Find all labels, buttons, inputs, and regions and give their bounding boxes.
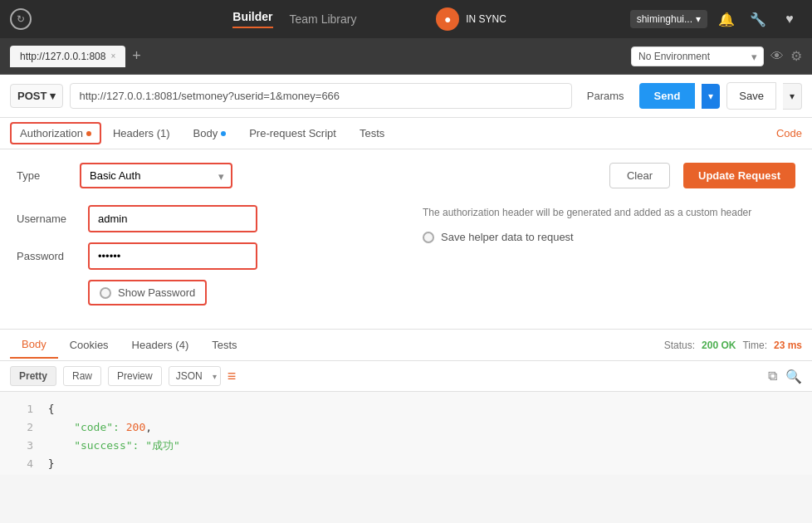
save-button[interactable]: Save — [726, 82, 776, 110]
url-input[interactable] — [70, 83, 571, 109]
code-line-4: 4 } — [10, 455, 802, 473]
add-tab-button[interactable]: + — [132, 47, 141, 65]
nav-left: ↻ — [10, 8, 226, 30]
env-area: No Environment 👁 ⚙ — [631, 46, 802, 66]
resp-right-icons: ⧉ 🔍 — [768, 369, 802, 384]
tab-body-label: Body — [193, 127, 218, 139]
helper-label: Save helper data to request — [441, 231, 574, 243]
save-dropdown[interactable]: ▾ — [783, 83, 802, 110]
tab-close-icon[interactable]: × — [110, 51, 115, 61]
clear-button[interactable]: Clear — [609, 163, 670, 188]
tab-authorization-label: Authorization — [20, 127, 83, 139]
tab-team[interactable]: Team Library — [290, 12, 357, 26]
line-num-3: 3 — [10, 437, 33, 455]
tab-tests[interactable]: Tests — [348, 120, 396, 146]
sync-area: ● IN SYNC — [363, 7, 579, 31]
tab-pre-request[interactable]: Pre-request Script — [237, 120, 348, 146]
username-row: Username — [17, 205, 389, 232]
heart-icon[interactable]: ♥ — [777, 7, 802, 32]
url-bar: http://127.0.0.1:808 × + No Environment … — [0, 38, 812, 75]
authorization-dot — [86, 131, 91, 136]
gear-icon[interactable]: ⚙ — [790, 48, 802, 64]
show-password-label: Show Password — [118, 286, 195, 299]
password-input[interactable] — [90, 244, 256, 268]
tab-builder[interactable]: Builder — [232, 10, 272, 28]
response-toolbar: Pretty Raw Preview JSON ≡ ⧉ 🔍 — [0, 361, 812, 392]
code-comma-1: , — [145, 421, 152, 433]
eye-icon[interactable]: 👁 — [770, 49, 784, 64]
code-val-code: 200 — [126, 421, 145, 433]
send-button[interactable]: Send — [639, 83, 696, 109]
search-icon[interactable]: 🔍 — [785, 369, 802, 384]
tab-body[interactable]: Body — [182, 120, 238, 146]
show-password-row: Show Password — [88, 280, 207, 305]
url-tab[interactable]: http://127.0.0.1:808 × — [10, 46, 125, 67]
resp-tab-headers-label: Headers (4) — [132, 339, 189, 351]
auth-type-wrap: Basic Auth — [80, 163, 232, 188]
wrap-icon[interactable]: ≡ — [227, 368, 237, 385]
credentials-section: Username Password Show Password The auth… — [17, 205, 795, 315]
env-select-wrap: No Environment — [631, 46, 764, 66]
line-num-2: 2 — [10, 418, 33, 437]
nav-center: Builder Team Library — [232, 10, 356, 28]
resp-tab-tests-label: Tests — [212, 339, 237, 351]
tab-authorization[interactable]: Authorization — [10, 122, 101, 144]
resp-tab-body-label: Body — [22, 338, 46, 350]
code-link[interactable]: Code — [776, 127, 802, 139]
wrench-icon[interactable]: 🔧 — [746, 7, 770, 32]
code-key-code: "code": — [48, 421, 126, 433]
resp-tab-cookies-label: Cookies — [70, 339, 109, 351]
code-val-success: "成功" — [145, 439, 180, 452]
preview-button[interactable]: Preview — [108, 366, 162, 386]
status-label: Status: — [664, 340, 695, 351]
password-row: Password — [17, 242, 389, 270]
nav-right: shiminghui... ▾ 🔔 🔧 ♥ — [586, 7, 802, 32]
resp-tab-cookies[interactable]: Cookies — [58, 332, 120, 358]
json-format-select[interactable]: JSON — [169, 366, 221, 386]
top-nav: ↻ Builder Team Library ● IN SYNC shiming… — [0, 0, 812, 38]
response-tabs: Body Cookies Headers (4) Tests Status: 2… — [0, 330, 812, 361]
pretty-button[interactable]: Pretty — [10, 366, 56, 386]
env-select[interactable]: No Environment — [631, 46, 764, 66]
tab-tests-label: Tests — [360, 127, 384, 139]
code-line-3: 3 "success": "成功" — [10, 437, 802, 455]
request-bar: POST ▾ Params Send ▾ Save ▾ — [0, 75, 812, 118]
user-badge[interactable]: shiminghui... ▾ — [630, 10, 707, 28]
copy-icon[interactable]: ⧉ — [768, 369, 777, 384]
code-line-1: 1 { — [10, 400, 802, 418]
refresh-icon[interactable]: ↻ — [10, 8, 32, 30]
update-request-button[interactable]: Update Request — [683, 163, 795, 188]
body-dot — [221, 131, 226, 136]
auth-info-text: The authorization header will be generat… — [423, 205, 795, 221]
cred-right: The authorization header will be generat… — [423, 205, 795, 305]
bell-icon[interactable]: 🔔 — [714, 7, 739, 32]
code-line-2: 2 "code": 200, — [10, 418, 802, 437]
tab-headers[interactable]: Headers (1) — [101, 120, 182, 146]
resp-status-area: Status: 200 OK Time: 23 ms — [664, 340, 802, 351]
line-num-4: 4 — [10, 455, 33, 473]
username-input-wrap — [88, 205, 257, 232]
resp-tab-headers[interactable]: Headers (4) — [120, 332, 201, 358]
auth-type-select[interactable]: Basic Auth — [81, 164, 231, 187]
resp-tab-body[interactable]: Body — [10, 331, 58, 359]
helper-row: Save helper data to request — [423, 231, 795, 243]
user-name: shiminghui... — [637, 13, 692, 25]
tab-headers-label: Headers (1) — [113, 127, 170, 139]
type-label: Type — [17, 169, 66, 182]
resp-tab-tests[interactable]: Tests — [200, 332, 248, 358]
helper-radio[interactable] — [423, 232, 434, 243]
user-chevron: ▾ — [696, 13, 701, 25]
password-label: Password — [17, 250, 75, 262]
cred-left: Username Password Show Password — [17, 205, 389, 305]
show-password-radio[interactable] — [100, 287, 111, 299]
code-brace-open: { — [48, 403, 55, 415]
password-input-wrap — [88, 242, 257, 270]
params-button[interactable]: Params — [579, 85, 633, 107]
code-key-success: "success": — [48, 439, 145, 452]
raw-button[interactable]: Raw — [63, 366, 101, 386]
send-dropdown[interactable]: ▾ — [702, 84, 720, 109]
time-value: 23 ms — [774, 340, 802, 351]
method-select[interactable]: POST ▾ — [10, 84, 63, 108]
username-input[interactable] — [90, 207, 256, 231]
code-block: 1 { 2 "code": 200, 3 "success": "成功" 4 } — [0, 392, 812, 475]
